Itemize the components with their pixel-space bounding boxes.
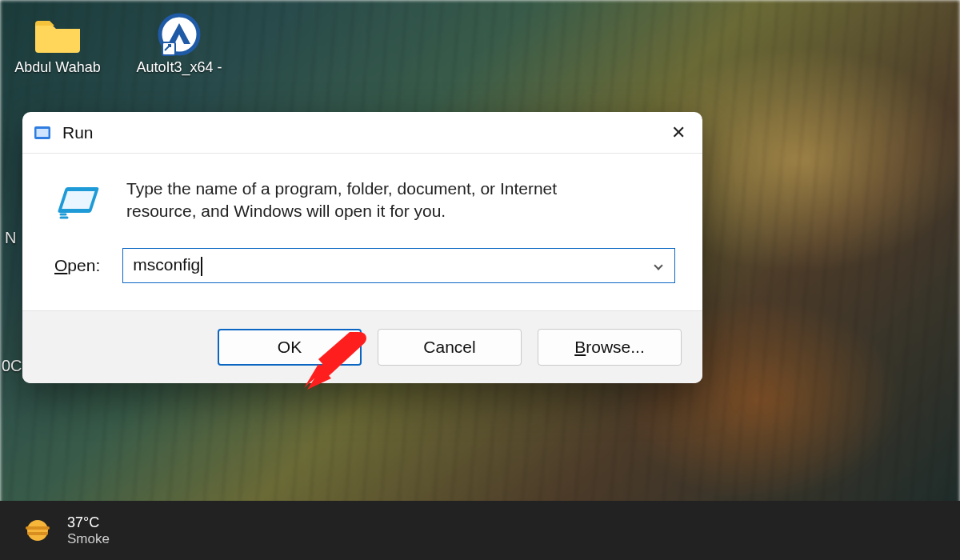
chevron-down-icon[interactable] (654, 261, 662, 270)
dialog-titlebar[interactable]: Run ✕ (22, 112, 702, 154)
weather-temperature: 37°C (67, 514, 110, 531)
desktop-icon-autoit[interactable]: AutoIt3_x64 - (131, 14, 227, 76)
open-input-value: msconfig (133, 255, 655, 275)
close-icon[interactable]: ✕ (666, 122, 691, 143)
dialog-description: Type the name of a program, folder, docu… (126, 178, 622, 226)
obscured-label-1: N (5, 229, 16, 247)
cancel-button[interactable]: Cancel (378, 329, 522, 366)
desktop-icons-row: Abdul Wahab AutoIt3_x64 - (10, 14, 227, 76)
weather-widget[interactable]: 37°C Smoke (67, 514, 110, 546)
run-dialog: Run ✕ Type the name of a program, folder… (22, 112, 702, 383)
ok-button[interactable]: OK (218, 329, 362, 366)
svg-rect-4 (37, 129, 49, 137)
desktop-icon-label: Abdul Wahab (14, 59, 100, 76)
desktop-icon-folder[interactable]: Abdul Wahab (10, 14, 106, 76)
folder-icon (32, 14, 83, 54)
svg-rect-13 (27, 532, 48, 535)
dialog-button-row: OK Cancel Browse... (22, 310, 702, 383)
svg-rect-6 (62, 191, 94, 209)
text-cursor (201, 257, 202, 276)
svg-point-11 (27, 520, 48, 541)
run-body-icon (54, 178, 102, 226)
open-input[interactable]: msconfig (122, 248, 675, 283)
weather-condition: Smoke (67, 531, 110, 547)
dialog-title: Run (62, 123, 666, 142)
svg-rect-12 (26, 526, 50, 530)
browse-button[interactable]: Browse... (538, 329, 682, 366)
taskbar[interactable]: 37°C Smoke (0, 501, 960, 560)
autoit-icon (154, 14, 205, 54)
obscured-label-2: 0C (2, 357, 22, 375)
run-titlebar-icon (34, 124, 51, 142)
open-label: Open: (54, 256, 100, 275)
weather-icon (22, 515, 53, 546)
desktop-icon-label: AutoIt3_x64 - (136, 59, 222, 76)
